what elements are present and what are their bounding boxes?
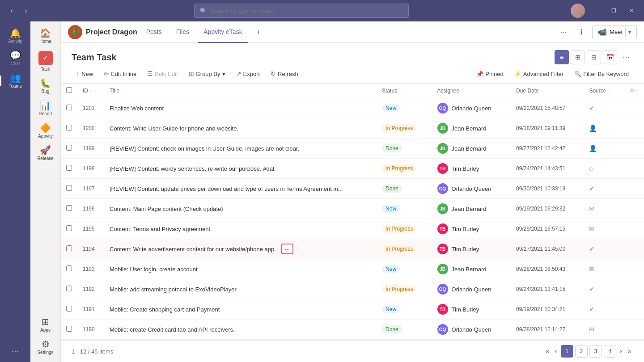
sidebar-item-home[interactable]: 🏠 Home bbox=[30, 25, 61, 47]
row-assignee: OQ Orlando Queen bbox=[432, 320, 511, 340]
sidebar-item-release[interactable]: 🚀 Release bbox=[30, 142, 61, 164]
pagination-next-button[interactable]: › bbox=[618, 346, 624, 356]
more-options-button[interactable]: ··· bbox=[556, 25, 571, 39]
app-sidebar: 🏠 Home ✓ Task 🐛 Bug 📊 Report 🔶 Appvity 🚀… bbox=[30, 21, 61, 362]
row-checkbox-1190[interactable] bbox=[66, 326, 72, 332]
nav-forward-button[interactable]: › bbox=[20, 4, 32, 17]
row-id: 1194 bbox=[77, 239, 104, 259]
filter-keyword-button[interactable]: 🔍 Filter By Keyword bbox=[570, 68, 633, 80]
assignee-name: Tim Burley bbox=[452, 306, 479, 313]
tab-posts[interactable]: Posts bbox=[141, 21, 167, 43]
sidebar-item-apps[interactable]: ⊞ Apps bbox=[30, 314, 61, 336]
sidebar-item-bug[interactable]: 🐛 Bug bbox=[30, 75, 61, 97]
pagination-page-2[interactable]: 2 bbox=[575, 345, 588, 358]
assignee-filter-icon[interactable]: ≡ bbox=[461, 88, 464, 93]
edit-inline-button[interactable]: ✏ Edit Inline bbox=[99, 68, 141, 80]
nav-back-button[interactable]: ‹ bbox=[5, 4, 18, 17]
row-checkbox-1193[interactable] bbox=[66, 265, 72, 271]
pagination-prev-button[interactable]: ‹ bbox=[553, 346, 559, 356]
row-assignee: JB Jean Bernard bbox=[432, 199, 511, 219]
refresh-button[interactable]: ↻ Refresh bbox=[266, 68, 303, 80]
grid-view-button[interactable]: ⊞ bbox=[571, 50, 585, 64]
row-checkbox-1192[interactable] bbox=[66, 286, 72, 291]
pagination-page-3[interactable]: 3 bbox=[589, 345, 602, 358]
row-checkbox-1201[interactable] bbox=[66, 105, 72, 110]
id-sort-icon[interactable]: ↕ bbox=[90, 88, 93, 93]
row-checkbox-1191[interactable] bbox=[66, 306, 72, 311]
group-by-button[interactable]: ⊞ Group By ▾ bbox=[184, 68, 230, 80]
select-all-checkbox[interactable] bbox=[66, 87, 72, 93]
row-checkbox-1194[interactable] bbox=[66, 245, 72, 251]
table-row: 1190 Mobile: create Credit card tab and … bbox=[61, 320, 644, 340]
row-assignee: TB Tim Burley bbox=[432, 239, 511, 259]
row-checkbox-1196[interactable] bbox=[66, 205, 72, 211]
sidebar-item-appvity[interactable]: 🔶 Appvity bbox=[30, 120, 61, 142]
row-assignee: TB Tim Burley bbox=[432, 159, 511, 179]
pagination-page-4[interactable]: 4 bbox=[604, 345, 616, 358]
close-button[interactable]: ✕ bbox=[624, 4, 639, 18]
row-source: ✔ bbox=[584, 179, 623, 199]
sidebar-item-settings[interactable]: ⚙ Settings bbox=[30, 336, 61, 358]
task-more-button[interactable]: ··· bbox=[619, 50, 633, 64]
meet-label: Meet bbox=[610, 29, 623, 35]
pagination-first-button[interactable]: « bbox=[544, 346, 551, 356]
status-badge: In Progress bbox=[382, 245, 416, 253]
row-status: In Progress bbox=[377, 219, 432, 239]
search-input[interactable] bbox=[211, 8, 403, 14]
search-keyword-icon: 🔍 bbox=[574, 71, 581, 77]
th-id-label: ID bbox=[83, 88, 88, 94]
maximize-button[interactable]: ❐ bbox=[606, 4, 621, 18]
list-view-button[interactable]: ≡ bbox=[555, 50, 569, 64]
row-checkbox-1195[interactable] bbox=[66, 225, 72, 231]
sidebar-item-chat[interactable]: 💬 Chat bbox=[0, 47, 30, 70]
row-due-date: 09/19/2021 09:29:32 bbox=[511, 199, 584, 219]
sidebar-item-teams[interactable]: 👥 Teams bbox=[0, 70, 30, 92]
th-source: Source ≡ bbox=[584, 84, 623, 98]
row-id: 1199 bbox=[77, 139, 104, 159]
info-button[interactable]: ℹ bbox=[574, 25, 589, 39]
filter-view-button[interactable]: ⊟ bbox=[587, 50, 601, 64]
title-filter-icon[interactable]: ≡ bbox=[121, 88, 124, 93]
due-date-filter-icon[interactable]: ≡ bbox=[541, 88, 543, 93]
source-icon: ✉ bbox=[589, 326, 594, 333]
task-header: Team Task ≡ ⊞ ⊟ 📅 ··· bbox=[61, 43, 644, 64]
bulk-edit-button[interactable]: ☰ Bulk Edit bbox=[143, 68, 182, 80]
row-checkbox-1198[interactable] bbox=[66, 165, 72, 171]
row-title: Mobile: create Credit card tab and API r… bbox=[104, 320, 377, 340]
th-title-label: Title bbox=[110, 88, 119, 94]
add-tab-button[interactable]: + bbox=[251, 25, 266, 39]
advanced-filter-button[interactable]: ⚡ Advanced Filter bbox=[510, 68, 568, 80]
row-title: [REVIEW] Content: wordy sentences, re-wr… bbox=[104, 159, 377, 179]
row-source: ✔ bbox=[584, 98, 623, 118]
new-button[interactable]: + New bbox=[72, 68, 97, 80]
table-row: 1194 Content: Write advertisement conten… bbox=[61, 239, 644, 259]
row-due-date: 09/22/2021 15:48:57 bbox=[511, 98, 584, 118]
status-filter-icon[interactable]: ≡ bbox=[399, 88, 402, 93]
pagination-page-1[interactable]: 1 bbox=[561, 345, 573, 358]
id-filter-icon[interactable]: ≡ bbox=[94, 88, 97, 93]
sidebar-item-task[interactable]: ✓ Task bbox=[30, 47, 61, 75]
source-filter-icon[interactable]: ≡ bbox=[608, 88, 610, 93]
row-checkbox-1199[interactable] bbox=[66, 145, 72, 151]
sidebar-item-more[interactable]: ··· bbox=[0, 342, 30, 358]
search-bar[interactable]: 🔍 bbox=[194, 4, 409, 18]
meet-button[interactable]: 📹 Meet ▾ bbox=[592, 25, 637, 39]
tab-appvity-etask[interactable]: Appvity eTask bbox=[198, 21, 247, 43]
status-badge: New bbox=[382, 205, 400, 213]
source-icon: 👤 bbox=[589, 145, 597, 152]
th-title: Title ≡ bbox=[104, 84, 377, 98]
pinned-button[interactable]: 📌 Pinned bbox=[472, 68, 508, 80]
pagination-last-button[interactable]: » bbox=[626, 346, 633, 356]
export-button[interactable]: ↗ Export bbox=[232, 68, 265, 80]
row-actions-button[interactable]: ··· bbox=[281, 244, 294, 254]
calendar-view-button[interactable]: 📅 bbox=[603, 50, 617, 64]
minimize-button[interactable]: — bbox=[589, 4, 603, 18]
meet-chevron-icon: ▾ bbox=[628, 29, 631, 35]
tab-files[interactable]: Files bbox=[171, 21, 195, 43]
sidebar-item-activity[interactable]: 🔔 Activity bbox=[0, 25, 30, 47]
row-checkbox-1200[interactable] bbox=[66, 125, 72, 130]
row-checkbox-1197[interactable] bbox=[66, 185, 72, 191]
row-due-date: 09/29/2021 16:57:15 bbox=[511, 219, 584, 239]
row-eye bbox=[623, 98, 644, 118]
sidebar-item-report[interactable]: 📊 Report bbox=[30, 97, 61, 120]
